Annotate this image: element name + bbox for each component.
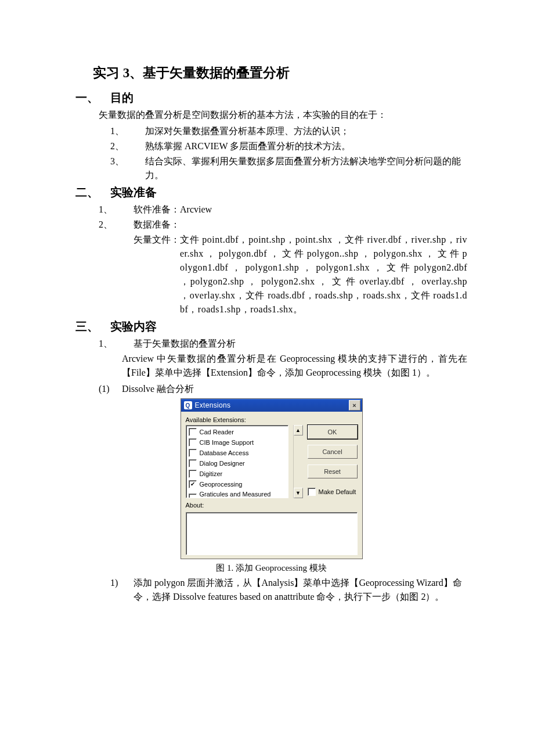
list-item: 1、加深对矢量数据叠置分析基本原理、方法的认识； (110, 124, 467, 138)
list-item[interactable]: CIB Image Support (186, 437, 288, 448)
section-1-list: 1、加深对矢量数据叠置分析基本原理、方法的认识； 2、熟练掌握 ARCVIEW … (110, 124, 467, 182)
vector-files-body: 文件 point.dbf，point.shp，point.shx ，文件 riv… (180, 233, 467, 316)
scroll-up-icon[interactable]: ▲ (294, 425, 303, 435)
dialog-titlebar[interactable]: Q Extensions × (181, 399, 362, 412)
section-2-text: 实验准备 (110, 186, 157, 199)
scrollbar[interactable]: ▲ ▼ (293, 425, 303, 498)
document-title: 实习 3、基于矢量数据的叠置分析 (93, 64, 467, 82)
checkbox[interactable] (189, 428, 197, 436)
list-item[interactable]: Database Access (186, 448, 288, 458)
available-extensions-label: Available Extensions: (186, 416, 358, 423)
list-item[interactable]: Graticules and Measured Grids (186, 489, 288, 498)
about-label: About: (186, 502, 358, 509)
checkbox[interactable] (189, 459, 197, 467)
extensions-dialog: Q Extensions × Available Extensions: Cad… (181, 398, 363, 559)
checkbox[interactable] (189, 438, 197, 447)
list-item[interactable]: ✔Geoprocessing (186, 479, 288, 489)
section-3-text: 实验内容 (110, 320, 157, 333)
list-item: 1、软件准备：Arcview (99, 203, 467, 217)
section-3-num: 三、 (75, 319, 110, 334)
close-icon[interactable]: × (349, 400, 360, 411)
section-2-heading: 二、实验准备 (75, 185, 467, 200)
section-3-paragraph: Arcview 中矢量数据的叠置分析是在 Geoprocessing 模块的支持… (122, 352, 467, 380)
about-textbox[interactable] (186, 512, 358, 555)
figure-1-caption: 图 1. 添加 Geoprocessing 模块 (216, 563, 326, 574)
list-item[interactable]: Cad Reader (186, 427, 288, 437)
list-item: 3、结合实际、掌握利用矢量数据多层面叠置分析方法解决地学空间分析问题的能力。 (110, 154, 467, 182)
make-default-label: Make Default (319, 488, 356, 495)
make-default-row[interactable]: Make Default (308, 488, 358, 496)
section-1-text: 目的 (110, 91, 134, 104)
dialog-buttons: OK Cancel Reset Make Default (308, 425, 358, 498)
figure-1: Q Extensions × Available Extensions: Cad… (75, 398, 467, 574)
checkbox[interactable] (189, 494, 197, 498)
subsection: (1) Dissolve 融合分析 (99, 382, 467, 396)
app-icon: Q (184, 401, 192, 409)
section-1-intro: 矢量数据的叠置分析是空间数据分析的基本方法，本实验的目的在于： (99, 108, 467, 122)
checkbox[interactable] (189, 449, 197, 457)
section-2-num: 二、 (75, 185, 110, 200)
vector-files-block: 矢量文件： 文件 point.dbf，point.shp，point.shx ，… (134, 233, 467, 316)
section-3-list: 1、基于矢量数据的叠置分析 (99, 337, 467, 351)
section-2-list: 1、软件准备：Arcview 2、数据准备： (99, 203, 467, 232)
section-3-heading: 三、实验内容 (75, 319, 467, 334)
list-item[interactable]: Digitizer (186, 469, 288, 479)
section-1-heading: 一、目的 (75, 90, 467, 106)
list-item[interactable]: Dialog Designer (186, 458, 288, 469)
dialog-title: Extensions (195, 401, 231, 409)
checkbox-checked[interactable]: ✔ (189, 480, 197, 488)
document-page: 实习 3、基于矢量数据的叠置分析 一、目的 矢量数据的叠置分析是空间数据分析的基… (0, 0, 534, 756)
ok-button[interactable]: OK (308, 425, 358, 439)
list-item: 2、数据准备： (99, 218, 467, 232)
cancel-button[interactable]: Cancel (308, 445, 358, 459)
list-item: 2、熟练掌握 ARCVIEW 多层面叠置分析的技术方法。 (110, 139, 467, 153)
extensions-listbox[interactable]: Cad Reader CIB Image Support Database Ac… (186, 425, 288, 498)
scroll-down-icon[interactable]: ▼ (294, 488, 303, 498)
dialog-body: Available Extensions: Cad Reader CIB Ima… (181, 412, 362, 559)
section-1-num: 一、 (75, 90, 110, 106)
step-item: 1) 添加 polygon 层面并激活，从【Analysis】菜单中选择【Geo… (110, 576, 467, 604)
checkbox[interactable] (189, 470, 197, 478)
reset-button[interactable]: Reset (308, 465, 358, 478)
list-item: 1、基于矢量数据的叠置分析 (99, 337, 467, 351)
vector-files-lead: 矢量文件： (134, 233, 180, 316)
checkbox[interactable] (308, 488, 316, 496)
